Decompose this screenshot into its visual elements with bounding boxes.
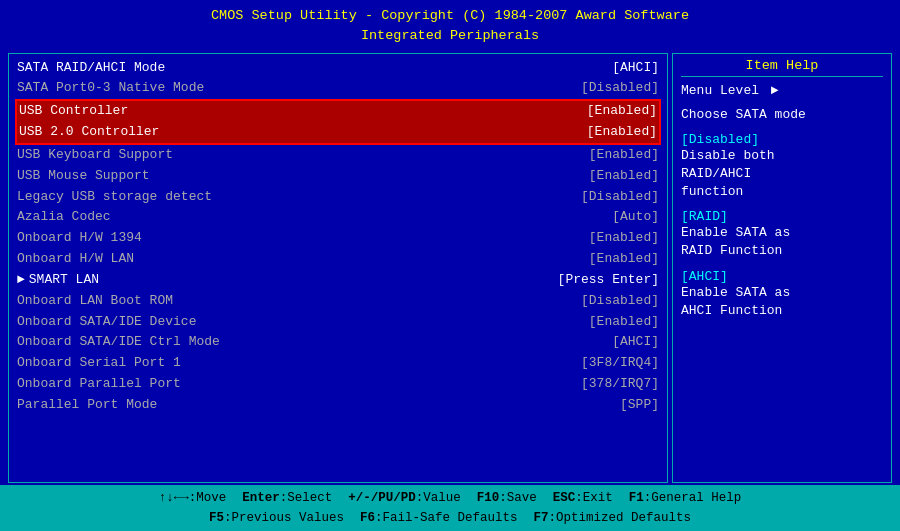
list-item[interactable]: Parallel Port Mode [SPP] — [15, 395, 661, 416]
help-section-raid: [RAID] Enable SATA asRAID Function — [681, 209, 883, 260]
footer-f10: F10:Save — [477, 488, 537, 508]
footer-row2: F5:Previous Values F6:Fail-Safe Defaults… — [10, 508, 890, 528]
item-value: [378/IRQ7] — [581, 375, 659, 394]
item-label: Onboard Parallel Port — [17, 375, 181, 394]
right-panel: Item Help Menu Level ► Choose SATA mode … — [672, 53, 892, 484]
item-label: Onboard SATA/IDE Ctrl Mode — [17, 333, 220, 352]
help-value: [RAID] — [681, 209, 883, 224]
item-value: [AHCI] — [612, 59, 659, 78]
header-line2: Integrated Peripherals — [0, 26, 900, 46]
item-label: USB Keyboard Support — [17, 146, 173, 165]
item-label: SMART LAN — [29, 271, 99, 290]
item-value: [Enabled] — [589, 146, 659, 165]
footer-move: ↑↓←→:Move — [159, 488, 227, 508]
header: CMOS Setup Utility - Copyright (C) 1984-… — [0, 0, 900, 51]
footer-f1: F1:General Help — [629, 488, 742, 508]
list-item[interactable]: Azalia Codec [Auto] — [15, 207, 661, 228]
item-label: USB Controller — [19, 102, 128, 121]
item-value: [Enabled] — [589, 250, 659, 269]
list-item[interactable]: ► SMART LAN [Press Enter] — [15, 270, 661, 291]
list-item[interactable]: USB Keyboard Support [Enabled] — [15, 145, 661, 166]
list-item[interactable]: USB Controller [Enabled] — [17, 101, 659, 122]
item-value: [Auto] — [612, 208, 659, 227]
item-value: [Disabled] — [581, 292, 659, 311]
item-label: SATA RAID/AHCI Mode — [17, 59, 165, 78]
item-label: Onboard Serial Port 1 — [17, 354, 181, 373]
item-value: [Disabled] — [581, 79, 659, 98]
footer-enter-select: Enter:Select — [242, 488, 332, 508]
footer: ↑↓←→:Move Enter:Select +/-/PU/PD:Value F… — [0, 485, 900, 531]
item-value: [Enabled] — [587, 123, 657, 142]
help-desc: Enable SATA asAHCI Function — [681, 284, 883, 320]
list-item[interactable]: Onboard Serial Port 1 [3F8/IRQ4] — [15, 353, 661, 374]
item-label: Onboard LAN Boot ROM — [17, 292, 173, 311]
help-value: [AHCI] — [681, 269, 883, 284]
item-label: USB 2.0 Controller — [19, 123, 159, 142]
item-value: [Enabled] — [589, 167, 659, 186]
item-value: [AHCI] — [612, 333, 659, 352]
list-item[interactable]: Onboard H/W LAN [Enabled] — [15, 249, 661, 270]
footer-row1: ↑↓←→:Move Enter:Select +/-/PU/PD:Value F… — [10, 488, 890, 508]
list-item[interactable]: Onboard H/W 1394 [Enabled] — [15, 228, 661, 249]
help-desc: Enable SATA asRAID Function — [681, 224, 883, 260]
item-label: USB Mouse Support — [17, 167, 150, 186]
help-description: Choose SATA mode — [681, 106, 883, 124]
footer-esc: ESC:Exit — [553, 488, 613, 508]
outlined-group: USB Controller [Enabled] USB 2.0 Control… — [15, 99, 661, 145]
item-value: [SPP] — [620, 396, 659, 415]
item-value: [Press Enter] — [558, 271, 659, 290]
bios-screen: CMOS Setup Utility - Copyright (C) 1984-… — [0, 0, 900, 531]
item-label: Legacy USB storage detect — [17, 188, 212, 207]
item-label: Azalia Codec — [17, 208, 111, 227]
menu-level: Menu Level ► — [681, 83, 883, 98]
item-label: Parallel Port Mode — [17, 396, 157, 415]
submenu-arrow-icon: ► — [763, 83, 779, 98]
item-value: [Disabled] — [581, 188, 659, 207]
list-item[interactable]: Onboard SATA/IDE Device [Enabled] — [15, 312, 661, 333]
footer-f6: F6:Fail-Safe Defaults — [360, 508, 518, 528]
help-desc: Disable bothRAID/AHCIfunction — [681, 147, 883, 202]
help-value: [Disabled] — [681, 132, 883, 147]
list-item[interactable]: USB Mouse Support [Enabled] — [15, 166, 661, 187]
footer-value: +/-/PU/PD:Value — [348, 488, 461, 508]
help-section-ahci: [AHCI] Enable SATA asAHCI Function — [681, 269, 883, 320]
list-item[interactable]: USB 2.0 Controller [Enabled] — [17, 122, 659, 143]
footer-f7: F7:Optimized Defaults — [534, 508, 692, 528]
help-section-disabled: [Disabled] Disable bothRAID/AHCIfunction — [681, 132, 883, 202]
item-label: SATA Port0-3 Native Mode — [17, 79, 204, 98]
item-label: Onboard H/W LAN — [17, 250, 134, 269]
item-help-header: Item Help — [681, 58, 883, 77]
list-item[interactable]: SATA RAID/AHCI Mode [AHCI] — [15, 58, 661, 79]
item-value: [Enabled] — [587, 102, 657, 121]
item-value: [Enabled] — [589, 229, 659, 248]
list-item[interactable]: Legacy USB storage detect [Disabled] — [15, 187, 661, 208]
list-item[interactable]: Onboard Parallel Port [378/IRQ7] — [15, 374, 661, 395]
item-label: Onboard SATA/IDE Device — [17, 313, 196, 332]
list-item[interactable]: Onboard LAN Boot ROM [Disabled] — [15, 291, 661, 312]
left-panel: SATA RAID/AHCI Mode [AHCI] SATA Port0-3 … — [8, 53, 668, 484]
item-value: [Enabled] — [589, 313, 659, 332]
arrow-icon: ► — [17, 271, 25, 290]
list-item[interactable]: Onboard SATA/IDE Ctrl Mode [AHCI] — [15, 332, 661, 353]
menu-level-label: Menu Level — [681, 83, 759, 98]
item-value: [3F8/IRQ4] — [581, 354, 659, 373]
main-content: SATA RAID/AHCI Mode [AHCI] SATA Port0-3 … — [0, 51, 900, 486]
footer-f5: F5:Previous Values — [209, 508, 344, 528]
item-label: Onboard H/W 1394 — [17, 229, 142, 248]
header-line1: CMOS Setup Utility - Copyright (C) 1984-… — [0, 6, 900, 26]
list-item[interactable]: SATA Port0-3 Native Mode [Disabled] — [15, 78, 661, 99]
